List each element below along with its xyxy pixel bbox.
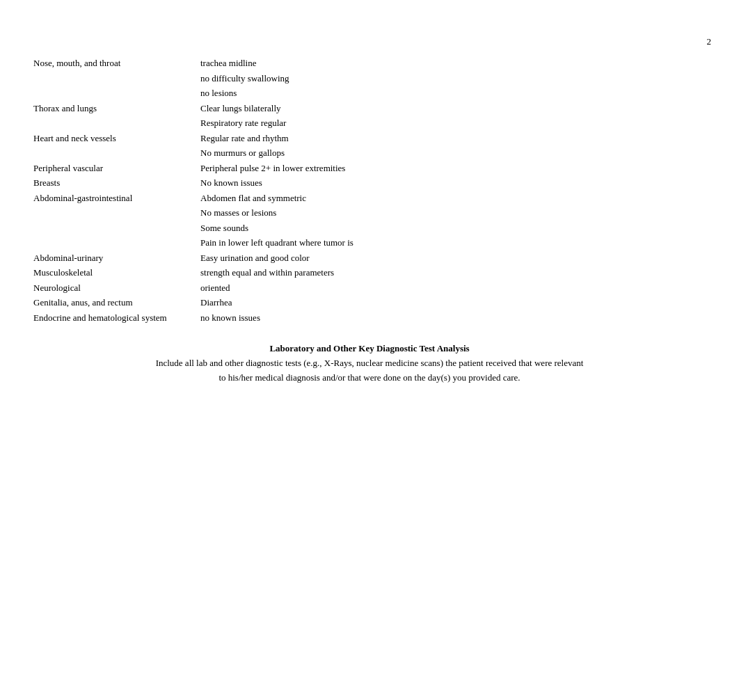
table-row: Abdominal-urinaryEasy urination and good… xyxy=(33,250,706,266)
section-value: No known issues xyxy=(200,175,706,191)
table-row: Heart and neck vesselsRegular rate and r… xyxy=(33,131,706,146)
section-label xyxy=(33,71,200,86)
section-value: strength equal and within parameters xyxy=(200,265,706,280)
section-label: Neurological xyxy=(33,280,200,296)
table-row: Respiratory rate regular xyxy=(33,116,706,131)
table-row: Abdominal-gastrointestinalAbdomen flat a… xyxy=(33,191,706,206)
table-row: Genitalia, anus, and rectumDiarrhea xyxy=(33,295,706,310)
footer-section: Laboratory and Other Key Diagnostic Test… xyxy=(33,342,706,385)
section-label: Breasts xyxy=(33,175,200,191)
section-value: no difficulty swallowing xyxy=(200,71,706,86)
section-value: no lesions xyxy=(200,86,706,101)
table-row: Endocrine and hematological systemno kno… xyxy=(33,310,706,326)
section-label xyxy=(33,116,200,131)
table-row: BreastsNo known issues xyxy=(33,175,706,191)
section-value: Abdomen flat and symmetric xyxy=(200,191,706,206)
section-value: Clear lungs bilaterally xyxy=(200,101,706,116)
section-label: Endocrine and hematological system xyxy=(33,310,200,326)
section-label: Abdominal-urinary xyxy=(33,250,200,266)
section-value: No murmurs or gallops xyxy=(200,145,706,161)
table-row: Nose, mouth, and throattrachea midline xyxy=(33,56,706,71)
section-label xyxy=(33,235,200,250)
table-row: Some sounds xyxy=(33,221,706,236)
table-row: Thorax and lungsClear lungs bilaterally xyxy=(33,101,706,116)
section-label: Musculoskeletal xyxy=(33,265,200,280)
table-row: Pain in lower left quadrant where tumor … xyxy=(33,235,706,250)
section-value: oriented xyxy=(200,280,706,296)
section-value: no known issues xyxy=(200,310,706,326)
page-number: 2 xyxy=(707,36,712,47)
section-label: Nose, mouth, and throat xyxy=(33,56,200,71)
section-label xyxy=(33,145,200,161)
section-value: Pain in lower left quadrant where tumor … xyxy=(200,235,706,250)
footer-title: Laboratory and Other Key Diagnostic Test… xyxy=(33,342,706,356)
section-value: Diarrhea xyxy=(200,295,706,310)
sections-table: Nose, mouth, and throattrachea midlineno… xyxy=(33,56,706,325)
section-label: Abdominal-gastrointestinal xyxy=(33,191,200,206)
section-value: trachea midline xyxy=(200,56,706,71)
section-value: Some sounds xyxy=(200,221,706,236)
footer-line2: to his/her medical diagnosis and/or that… xyxy=(33,371,706,385)
table-row: no difficulty swallowing xyxy=(33,71,706,86)
section-label xyxy=(33,205,200,221)
footer-line1: Include all lab and other diagnostic tes… xyxy=(33,356,706,371)
main-content: Nose, mouth, and throattrachea midlineno… xyxy=(0,0,739,413)
table-row: No murmurs or gallops xyxy=(33,145,706,161)
section-label: Thorax and lungs xyxy=(33,101,200,116)
table-row: no lesions xyxy=(33,86,706,101)
section-label xyxy=(33,86,200,101)
section-value: Peripheral pulse 2+ in lower extremities xyxy=(200,161,706,176)
table-row: Neurologicaloriented xyxy=(33,280,706,296)
section-value: No masses or lesions xyxy=(200,205,706,221)
section-value: Regular rate and rhythm xyxy=(200,131,706,146)
section-label: Peripheral vascular xyxy=(33,161,200,176)
section-label xyxy=(33,221,200,236)
section-value: Respiratory rate regular xyxy=(200,116,706,131)
table-row: Peripheral vascularPeripheral pulse 2+ i… xyxy=(33,161,706,176)
table-row: No masses or lesions xyxy=(33,205,706,221)
section-label: Genitalia, anus, and rectum xyxy=(33,295,200,310)
table-row: Musculoskeletalstrength equal and within… xyxy=(33,265,706,280)
section-value: Easy urination and good color xyxy=(200,250,706,266)
section-label: Heart and neck vessels xyxy=(33,131,200,146)
